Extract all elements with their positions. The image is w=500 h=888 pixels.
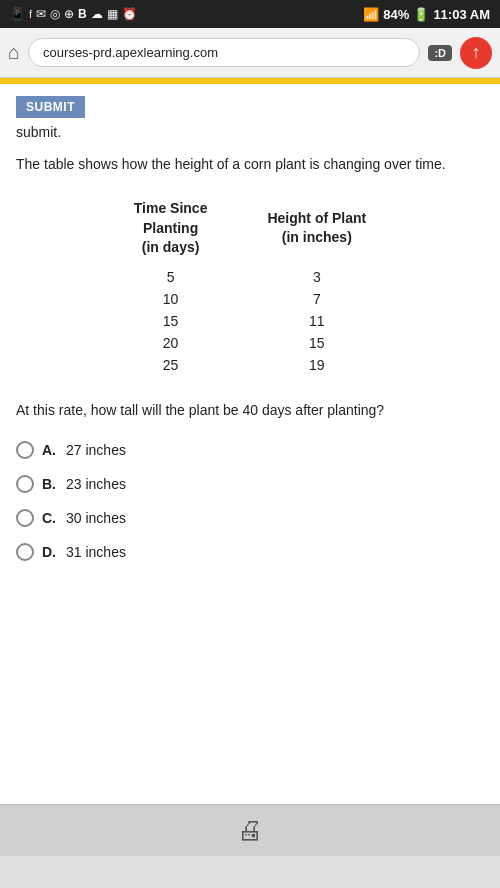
height-cell: 19 [237, 354, 396, 376]
status-bar: 📱 f ✉ ◎ ⊕ B ☁ ▦ ⏰ 📶 84% 🔋 11:03 AM [0, 0, 500, 28]
radio-button-0[interactable] [16, 441, 34, 459]
battery-icon: 🔋 [413, 7, 429, 22]
display-icon: ▦ [107, 7, 118, 21]
alarm-icon: ⏰ [122, 7, 137, 21]
table-row: 2015 [104, 332, 396, 354]
choice-text-1: 23 inches [66, 476, 126, 492]
msg-icon: ✉ [36, 7, 46, 21]
plant-height-table: Time SincePlanting(in days) Height of Pl… [104, 195, 396, 376]
height-cell: 15 [237, 332, 396, 354]
below-content-area [0, 856, 500, 888]
msg3-icon: ⊕ [64, 7, 74, 21]
print-icon[interactable]: 🖨 [237, 815, 263, 846]
table-row: 2519 [104, 354, 396, 376]
phone-icon: 📱 [10, 7, 25, 21]
time-display: 11:03 AM [433, 7, 490, 22]
radio-button-1[interactable] [16, 475, 34, 493]
data-table-wrapper: Time SincePlanting(in days) Height of Pl… [16, 195, 484, 376]
table-row: 1511 [104, 310, 396, 332]
bottom-bar: 🖨 [0, 804, 500, 856]
answer-choice-c[interactable]: C.30 inches [16, 509, 484, 527]
browser-bar: ⌂ courses-prd.apexlearning.com :D ↑ [0, 28, 500, 78]
col2-header: Height of Plant(in inches) [237, 195, 396, 266]
choice-text-3: 31 inches [66, 544, 126, 560]
days-cell: 10 [104, 288, 238, 310]
url-text: courses-prd.apexlearning.com [43, 45, 218, 60]
question-text: At this rate, how tall will the plant be… [16, 400, 484, 421]
description-text: The table shows how the height of a corn… [16, 154, 484, 175]
submit-button[interactable]: SUBMIT [16, 96, 85, 118]
status-bar-icons: 📱 f ✉ ◎ ⊕ B ☁ ▦ ⏰ [10, 7, 137, 21]
choice-label-1: B. [42, 476, 56, 492]
tab-label: :D [434, 47, 446, 59]
home-icon[interactable]: ⌂ [8, 41, 20, 64]
days-cell: 15 [104, 310, 238, 332]
choices-container: A.27 inchesB.23 inchesC.30 inchesD.31 in… [16, 441, 484, 561]
upload-icon[interactable]: ↑ [460, 37, 492, 69]
battery-text: 84% [383, 7, 409, 22]
table-row: 107 [104, 288, 396, 310]
signal-icon: 📶 [363, 7, 379, 22]
days-cell: 25 [104, 354, 238, 376]
col1-header: Time SincePlanting(in days) [104, 195, 238, 266]
choice-label-2: C. [42, 510, 56, 526]
height-cell: 11 [237, 310, 396, 332]
height-cell: 3 [237, 266, 396, 288]
answer-choice-a[interactable]: A.27 inches [16, 441, 484, 459]
choice-text-0: 27 inches [66, 442, 126, 458]
status-bar-right: 📶 84% 🔋 11:03 AM [363, 7, 490, 22]
table-row: 53 [104, 266, 396, 288]
tab-icon[interactable]: :D [428, 45, 452, 61]
page-content: SUBMIT submit. The table shows how the h… [0, 84, 500, 804]
bold-icon: B [78, 7, 87, 21]
weather-icon: ☁ [91, 7, 103, 21]
days-cell: 20 [104, 332, 238, 354]
submit-text: submit. [16, 124, 484, 140]
radio-button-2[interactable] [16, 509, 34, 527]
msg2-icon: ◎ [50, 7, 60, 21]
fb-icon: f [29, 8, 32, 20]
choice-text-2: 30 inches [66, 510, 126, 526]
arrow-up-icon: ↑ [472, 42, 481, 63]
height-cell: 7 [237, 288, 396, 310]
answer-choice-b[interactable]: B.23 inches [16, 475, 484, 493]
url-bar[interactable]: courses-prd.apexlearning.com [28, 38, 420, 67]
days-cell: 5 [104, 266, 238, 288]
radio-button-3[interactable] [16, 543, 34, 561]
choice-label-0: A. [42, 442, 56, 458]
choice-label-3: D. [42, 544, 56, 560]
answer-choice-d[interactable]: D.31 inches [16, 543, 484, 561]
